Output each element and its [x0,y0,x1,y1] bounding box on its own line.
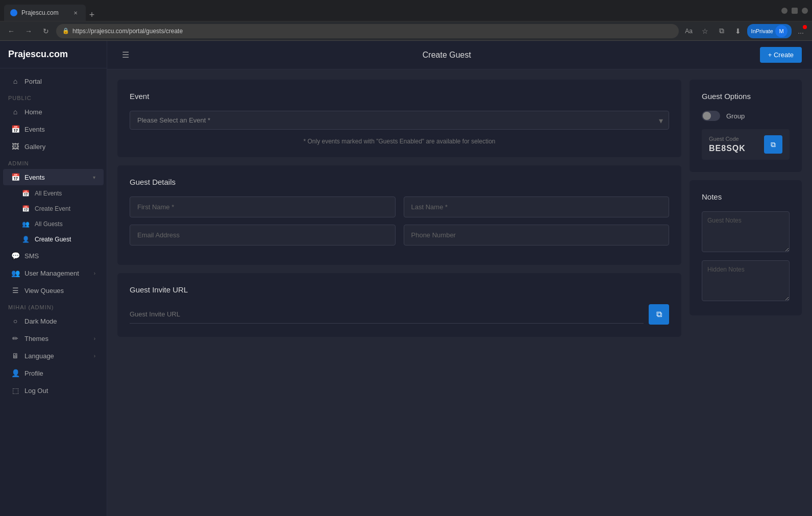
sidebar-item-label: Portal [24,78,42,85]
sidebar-item-all-events[interactable]: 📅 All Events [3,186,104,201]
guest-code-value: BE8SQK [709,144,746,153]
sidebar-item-gallery[interactable]: 🖼 Gallery [3,138,104,155]
sidebar-item-label: Events [24,126,45,133]
guest-options-card: Guest Options Group Guest Code BE8SQK [690,80,802,172]
url-text: https://prajescu.com/portal/guests/creat… [72,28,183,35]
tab-bar: Prajescu.com ✕ + [4,0,98,21]
copy-url-button[interactable]: ⧉ [649,304,669,325]
invite-url-row: ⧉ [130,304,669,325]
sidebar-item-label: Events [24,174,45,181]
sidebar-item-create-guest[interactable]: 👤 Create Guest [3,232,104,247]
guest-invite-url-card: Guest Invite URL ⧉ [117,273,681,337]
sidebar-item-events-public[interactable]: 📅 Events [3,121,104,137]
create-guest-icon: 👤 [21,236,30,243]
reader-mode-button[interactable]: Aa [682,24,696,38]
sidebar-item-home[interactable]: ⌂ Home [3,104,104,120]
sidebar-item-label: Gallery [24,143,45,151]
browser-chrome: Prajescu.com ✕ + [0,0,812,21]
group-toggle[interactable] [702,111,720,121]
browser-actions: Aa ☆ ⧉ ⬇ InPrivate M ... [682,24,808,38]
guest-code-info: Guest Code BE8SQK [709,136,746,153]
hidden-notes-textarea[interactable] [702,260,790,301]
sidebar-item-create-event[interactable]: 📅 Create Event [3,202,104,216]
create-button[interactable]: + Create [760,47,802,63]
lock-icon: 🔒 [62,28,69,34]
back-button[interactable]: ← [4,24,18,38]
sidebar-item-language[interactable]: 🖥 Language › [3,348,104,364]
forward-button[interactable]: → [21,24,36,38]
close-window-button[interactable] [802,8,808,14]
sidebar-item-events-admin[interactable]: 📅 Events ▾ [3,169,104,185]
sidebar-sub-item-label: All Events [35,190,62,197]
logout-icon: ⬚ [11,386,19,395]
sidebar-item-all-guests[interactable]: 👥 All Guests [3,217,104,231]
sidebar-item-dark-mode[interactable]: ○ Dark Mode [3,313,104,329]
email-input[interactable] [130,225,396,245]
sidebar-item-view-queues[interactable]: ☰ View Queues [3,282,104,299]
copy-code-button[interactable]: ⧉ [764,135,782,154]
section-label-admin: ADMIN [0,155,107,168]
sidebar-item-label: Language [24,352,54,360]
new-tab-button[interactable]: + [86,9,98,21]
tab-close-button[interactable]: ✕ [71,9,80,17]
copy-url-icon: ⧉ [656,310,662,319]
themes-icon: ✏ [11,334,19,342]
favorites-icon[interactable]: ☆ [698,24,712,38]
sidebar-item-label: Themes [24,335,48,342]
sidebar-item-themes[interactable]: ✏ Themes › [3,330,104,347]
minimize-button[interactable] [781,8,788,14]
inprivate-label: InPrivate [751,28,773,34]
group-label: Group [726,112,745,120]
active-tab[interactable]: Prajescu.com ✕ [4,5,86,21]
sidebar-item-label: SMS [24,252,39,260]
language-icon: 🖥 [11,352,19,360]
app-container: Prajescu.com ⌂ Portal PUBLIC ⌂ Home 📅 Ev… [0,41,812,516]
sidebar-item-user-management[interactable]: 👥 User Management › [3,265,104,281]
sidebar-item-logout[interactable]: ⬚ Log Out [3,382,104,399]
phone-input[interactable] [404,225,670,245]
content-area: Event Please Select an Event * * Only ev… [107,69,812,516]
main-content: ☰ Create Guest + Create Event Please Sel… [107,41,812,516]
sidebar-item-label: Dark Mode [24,317,57,325]
collections-icon[interactable]: ⧉ [715,24,729,38]
downloads-icon[interactable]: ⬇ [731,24,745,38]
guest-options-title: Guest Options [702,92,790,101]
guest-details-title: Guest Details [130,178,669,186]
user-management-icon: 👥 [11,269,19,277]
sidebar-sub-item-label: Create Guest [35,236,71,243]
events-icon: 📅 [11,125,19,133]
guest-invite-url-title: Guest Invite URL [130,285,669,294]
refresh-button[interactable]: ↻ [39,24,53,38]
sidebar-item-label: User Management [24,269,79,277]
top-bar: ☰ Create Guest + Create [107,41,812,69]
sms-icon: 💬 [11,252,19,260]
all-events-icon: 📅 [21,190,30,197]
chevron-down-icon: ▾ [93,175,95,180]
inprivate-badge[interactable]: InPrivate M [747,24,792,38]
browser-menu-button[interactable]: ... [794,24,808,38]
event-select[interactable]: Please Select an Event * [130,111,669,130]
last-name-input[interactable] [404,196,670,217]
view-queues-icon: ☰ [11,286,19,294]
copy-code-icon: ⧉ [771,140,776,149]
sidebar-item-sms[interactable]: 💬 SMS [3,248,104,264]
address-bar[interactable]: 🔒 https://prajescu.com/portal/guests/cre… [56,24,679,38]
guest-notes-textarea[interactable] [702,211,790,252]
first-name-input[interactable] [130,196,396,217]
sidebar-item-profile[interactable]: 👤 Profile [3,365,104,381]
event-select-wrapper: Please Select an Event * [130,111,669,130]
sidebar-item-portal[interactable]: ⌂ Portal [3,73,104,89]
tab-favicon [10,9,17,16]
section-label-mihai: MIHAI (ADMIN) [0,299,107,312]
event-note: * Only events marked with "Guests Enable… [130,138,669,145]
invite-url-input[interactable] [130,305,644,324]
event-card: Event Please Select an Event * * Only ev… [117,80,681,157]
main-column: Event Please Select an Event * * Only ev… [117,80,681,337]
guest-details-card: Guest Details [117,165,681,265]
hamburger-button[interactable]: ☰ [117,47,134,63]
maximize-button[interactable] [792,8,798,14]
sidebar-logo: Prajescu.com [0,41,107,68]
section-label-public: PUBLIC [0,90,107,103]
profile-icon: 👤 [11,369,19,377]
sidebar-item-label: Log Out [24,387,48,395]
